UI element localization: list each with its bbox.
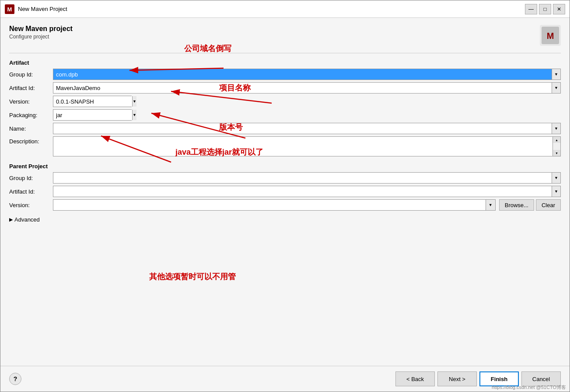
group-id-row: Group Id: ▼ (9, 69, 561, 80)
annotation-other-options: 其他选项暂时可以不用管 (149, 272, 236, 281)
title-bar: M New Maven Project — □ ✕ (0, 0, 570, 18)
description-wrapper: ▲ ▼ (53, 136, 561, 156)
parent-project-section-label: Parent Project (9, 163, 561, 170)
version-combo-wrapper[interactable]: ▼ (53, 96, 132, 107)
advanced-toggle-icon: ▶ (9, 217, 13, 222)
artifact-section-label: Artifact (9, 59, 561, 66)
name-input[interactable] (53, 123, 552, 134)
back-button[interactable]: < Back (395, 371, 435, 386)
description-row: Description: ▲ ▼ (9, 136, 561, 156)
parent-artifact-id-arrow[interactable]: ▼ (552, 186, 560, 197)
help-button[interactable]: ? (9, 373, 21, 385)
parent-artifact-id-label: Artifact Id: (9, 188, 53, 195)
parent-group-id-label: Group Id: (9, 175, 53, 181)
scroll-down-btn[interactable]: ▼ (553, 150, 560, 156)
description-scrollbar: ▲ ▼ (553, 136, 561, 156)
minimize-button[interactable]: — (525, 4, 537, 14)
artifact-id-label: Artifact Id: (9, 85, 53, 91)
dialog-subtitle: Configure project (9, 34, 73, 40)
parent-version-row: Version: ▼ Browse... Clear (9, 199, 561, 211)
group-id-dropdown-arrow[interactable]: ▼ (552, 69, 560, 80)
packaging-dropdown-arrow[interactable]: ▼ (132, 110, 136, 120)
dialog-main-title: New Maven project (9, 25, 73, 33)
maven-logo: M (540, 25, 561, 46)
bottom-left: ? (9, 373, 21, 385)
bottom-bar: ? < Back Next > Finish Cancel (0, 366, 570, 392)
title-bar-text: New Maven Project (18, 6, 521, 12)
version-dropdown-arrow[interactable]: ▼ (132, 96, 136, 107)
parent-version-label: Version: (9, 202, 53, 208)
artifact-id-dropdown-arrow[interactable]: ▼ (552, 83, 560, 93)
group-id-label: Group Id: (9, 71, 53, 78)
name-dropdown-arrow[interactable]: ▼ (552, 123, 560, 134)
scroll-up-btn[interactable]: ▲ (553, 137, 560, 143)
watermark: https://blog.csdn.net @51CTO博客 (492, 384, 566, 391)
parent-artifact-id-input[interactable] (53, 186, 552, 197)
next-button[interactable]: Next > (437, 371, 477, 386)
dialog-titles: New Maven project Configure project (9, 25, 73, 40)
main-content: New Maven project Configure project M Ar… (0, 18, 570, 366)
description-input[interactable] (53, 136, 553, 156)
parent-group-id-wrapper[interactable]: ▼ (53, 172, 561, 184)
packaging-row: Packaging: ▼ (9, 109, 561, 121)
header-separator (9, 53, 561, 53)
advanced-section[interactable]: ▶ Advanced (9, 216, 561, 223)
parent-version-input[interactable] (53, 200, 486, 210)
svg-text:M: M (7, 6, 12, 13)
artifact-id-row: Artifact Id: ▼ (9, 82, 561, 94)
version-row: Version: ▼ (9, 96, 561, 107)
dialog-header: New Maven project Configure project M (9, 25, 561, 46)
browse-button[interactable]: Browse... (499, 199, 534, 211)
version-input[interactable] (53, 96, 132, 107)
dialog-window: M New Maven Project — □ ✕ New Maven proj… (0, 0, 570, 392)
packaging-input[interactable] (53, 110, 132, 120)
name-field-wrapper[interactable]: ▼ (53, 123, 561, 134)
maximize-button[interactable]: □ (539, 4, 551, 14)
version-label: Version: (9, 98, 53, 105)
name-row: Name: ▼ (9, 123, 561, 134)
artifact-id-input[interactable] (53, 83, 552, 93)
close-button[interactable]: ✕ (553, 4, 565, 14)
name-label: Name: (9, 125, 53, 132)
clear-button[interactable]: Clear (536, 199, 561, 211)
svg-text:M: M (547, 31, 554, 41)
window-controls: — □ ✕ (525, 4, 565, 14)
packaging-combo-wrapper[interactable]: ▼ (53, 109, 132, 121)
parent-version-dropdown-arrow[interactable]: ▼ (486, 200, 495, 210)
parent-artifact-id-wrapper[interactable]: ▼ (53, 186, 561, 197)
app-icon: M (5, 4, 14, 14)
group-id-field-wrapper[interactable]: ▼ (53, 69, 561, 80)
group-id-input[interactable] (53, 69, 552, 80)
parent-group-id-arrow[interactable]: ▼ (552, 173, 560, 183)
parent-version-combo-wrapper[interactable]: ▼ (53, 199, 496, 211)
advanced-label: Advanced (14, 216, 40, 223)
parent-group-id-input[interactable] (53, 173, 552, 183)
parent-artifact-id-row: Artifact Id: ▼ (9, 186, 561, 197)
packaging-label: Packaging: (9, 112, 53, 118)
description-label: Description: (9, 136, 53, 145)
parent-group-id-row: Group Id: ▼ (9, 172, 561, 184)
artifact-id-field-wrapper[interactable]: ▼ (53, 82, 561, 94)
